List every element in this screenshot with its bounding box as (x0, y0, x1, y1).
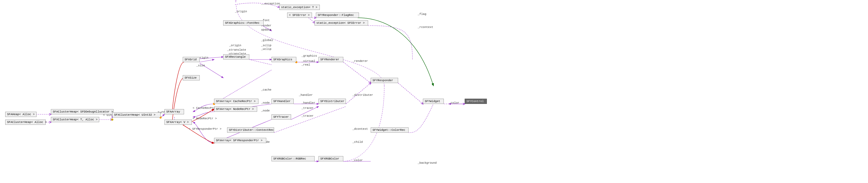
svg-line-7 (160, 114, 164, 118)
node-staticExceptionT: static_exception< T > (279, 5, 320, 10)
node-SFAClusterHeapSFDDebug: SFAClusterHeap< SFDDebugAllocator > (51, 109, 114, 114)
node-SFAClusterHeapAlloc: SFAClusterHeap< Alloc > (5, 120, 46, 125)
node-SFXArraySFYResponderPtr: SFXArray< SFYResponderPtr > (214, 138, 266, 143)
svg-line-9 (200, 60, 214, 62)
label-dcontext: _dcontext (352, 127, 368, 130)
svg-line-24 (274, 106, 346, 133)
label-cache: _cache (261, 88, 272, 91)
node-SFXClusterHeapUInt32: SFXClusterHeap< UInt32 > (112, 112, 160, 118)
node-SFCError: < SFCError > (287, 12, 312, 18)
label-size: _size (196, 64, 205, 67)
node-SFYHandler: SFYHandler (272, 99, 294, 104)
label-color2: _color (449, 101, 460, 104)
label-node2: _node (261, 109, 270, 112)
node-SFAArray: SFAArray (164, 109, 184, 114)
node-SFXGraphicsFontRec: SFXGraphics::FontRec (223, 20, 264, 26)
label-color1: _color (352, 159, 363, 162)
arrows-svg (0, 0, 868, 183)
label-update: update (261, 28, 272, 31)
node-SFXArrayV: SFXArray< V > (164, 120, 192, 125)
label-distributer: _distributer (352, 93, 373, 97)
node-SFXSize: SFXSize (183, 75, 200, 81)
label-SFYResponderPtr: < SFYResponderPtr > (189, 127, 221, 130)
node-SFYDistributerContextRec: SFYDistributer::ContextRec (227, 127, 274, 133)
node-SFXGraphics: SFXGraphics (272, 57, 296, 62)
label-stranslate: _stranslate (227, 48, 246, 52)
label-global: _global (261, 39, 273, 42)
node-SFYDistributer: SFYDistributer (318, 99, 346, 104)
label-flag: _flag (418, 12, 426, 16)
label-NodeRecPtr: < NodeRecPtr > (193, 117, 217, 120)
svg-line-17 (398, 83, 423, 104)
label-origin2: _origin (229, 44, 241, 47)
node-SFXClusterHeapT: SFXClusterHeap< T, Alloc > (51, 117, 99, 122)
label-graphics: _graphics (302, 54, 317, 57)
node-staticExceptionSFCError: static_exception< SFCError > (315, 20, 368, 26)
label-handler1: _handler (299, 93, 313, 97)
label-handler2: _handler (302, 101, 315, 104)
node-SFXRGBColor: SFXRGBColor (318, 156, 343, 161)
label-origin3: _origin (235, 10, 247, 13)
node-SFYResponderFlagRec: SFYResponder::FlagRec (316, 12, 359, 18)
label-renderer: _renderer (352, 60, 368, 63)
label-uclip: _uclip (261, 48, 272, 51)
node-SFAHeapAlloc: SFAHeap< Alloc > (5, 112, 36, 117)
label-sclip: _sclip (261, 44, 272, 47)
node-SFXArrayCacheRecPtr: SFXArray< CacheRecPtr > (214, 99, 258, 104)
label-T: T (235, 0, 237, 3)
node-SFYWidgetColorRec: SFYWidget::ColorRec (371, 127, 408, 133)
node-SFYResponder: SFYResponder (371, 78, 398, 83)
node-SFYControl: SFYControl (465, 99, 487, 104)
label-real: _real (302, 63, 310, 66)
label-tracer2: _tracer (302, 114, 313, 118)
label-exception: __exception (261, 2, 280, 5)
node-SFYRenderer: SFYRenderer (318, 57, 343, 62)
svg-line-15 (343, 62, 371, 83)
label-rcontext: _rcontext (418, 26, 433, 29)
node-SFXRectangle: SFXRectangle (223, 54, 249, 60)
node-SFXRGBColorRGBRec: SFXRGBColor::RGBRec (272, 156, 315, 161)
label-child: _child (352, 141, 363, 144)
svg-point-30 (111, 119, 113, 121)
label-background: _background (418, 161, 437, 164)
svg-line-27 (249, 60, 272, 65)
label-node1: _node (261, 101, 270, 104)
node-SFXArrayNodeRecPtr: SFXArray< NodeRecPtr > (214, 106, 257, 112)
node-SFXGrid: SFXGrid (183, 57, 200, 62)
node-SFYWidget: SFYWidget (423, 99, 444, 104)
label-virtual: _virtual (302, 60, 315, 63)
label-tracer1: _tracer (302, 106, 313, 110)
diagram-container: SFAHeap< Alloc > SFAClusterHeap< Alloc >… (0, 0, 868, 183)
node-SFYTracer: SFYTracer (272, 114, 291, 120)
